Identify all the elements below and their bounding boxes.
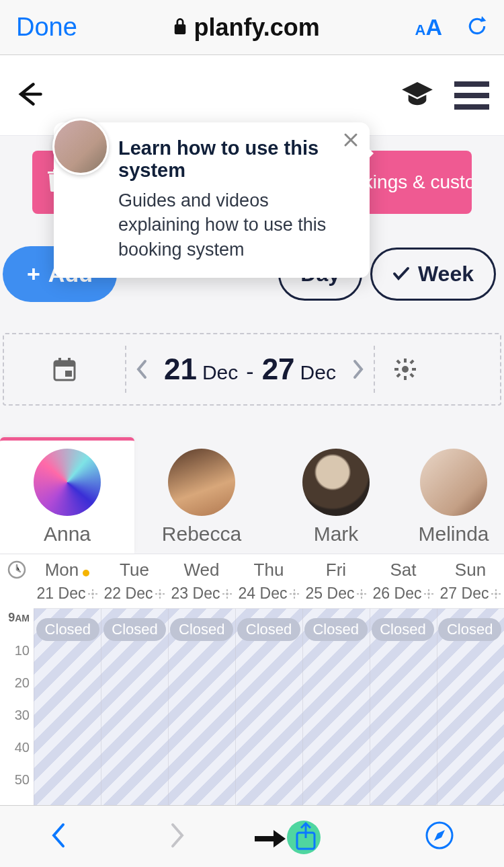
svg-rect-47 bbox=[495, 597, 497, 599]
prev-range-button[interactable] bbox=[126, 359, 159, 379]
day-header[interactable]: Sun bbox=[437, 554, 504, 585]
avatar bbox=[168, 449, 235, 516]
svg-rect-27 bbox=[226, 597, 228, 599]
day-header[interactable]: Mon bbox=[34, 554, 101, 585]
svg-rect-49 bbox=[499, 593, 501, 595]
svg-rect-2 bbox=[58, 358, 61, 363]
tooltip-avatar bbox=[52, 118, 109, 175]
svg-point-5 bbox=[402, 366, 409, 373]
closed-chip: Closed bbox=[237, 618, 300, 641]
closed-chip: Closed bbox=[170, 618, 233, 641]
staff-name: Rebecca bbox=[134, 523, 269, 545]
staff-tab-rebecca[interactable]: Rebecca bbox=[134, 441, 269, 554]
svg-rect-38 bbox=[357, 593, 359, 595]
svg-rect-39 bbox=[364, 593, 366, 595]
closed-chip: Closed bbox=[372, 618, 435, 641]
day-settings-icon[interactable] bbox=[88, 585, 97, 603]
svg-rect-13 bbox=[396, 373, 401, 377]
date-cell[interactable]: 24 Dec bbox=[235, 585, 302, 608]
staff-tab-mark[interactable]: Mark bbox=[269, 441, 403, 554]
safari-compass-button[interactable] bbox=[425, 821, 454, 853]
svg-rect-31 bbox=[294, 589, 295, 591]
calendar-picker-button[interactable] bbox=[4, 356, 125, 382]
tooltip-close-button[interactable] bbox=[343, 132, 359, 151]
svg-rect-37 bbox=[361, 597, 362, 599]
plus-icon: + bbox=[27, 261, 40, 287]
svg-rect-7 bbox=[404, 376, 407, 380]
date-cell[interactable]: 22 Dec bbox=[101, 585, 168, 608]
closed-chip: Closed bbox=[103, 618, 167, 641]
svg-rect-3 bbox=[68, 358, 71, 363]
share-button[interactable] bbox=[286, 818, 326, 856]
end-month: Dec bbox=[300, 361, 336, 384]
view-week-button[interactable]: Week bbox=[370, 248, 496, 301]
date-cell[interactable]: 27 Dec bbox=[437, 585, 504, 608]
svg-rect-4 bbox=[65, 371, 72, 377]
closed-chip: Closed bbox=[36, 618, 99, 641]
check-icon bbox=[392, 262, 410, 287]
svg-rect-24 bbox=[163, 593, 165, 595]
browser-forward-button[interactable] bbox=[167, 822, 186, 852]
svg-rect-8 bbox=[394, 368, 398, 371]
svg-point-30 bbox=[293, 593, 296, 595]
tooltip-body: Guides and videos explaining how to use … bbox=[118, 188, 353, 262]
menu-button[interactable] bbox=[454, 81, 489, 110]
svg-rect-12 bbox=[409, 359, 414, 364]
day-settings-icon[interactable] bbox=[290, 585, 299, 603]
svg-rect-43 bbox=[424, 593, 426, 595]
reload-button[interactable] bbox=[466, 14, 488, 41]
calendar-settings-button[interactable] bbox=[375, 359, 435, 380]
day-settings-icon[interactable] bbox=[491, 585, 501, 603]
staff-tab-melinda[interactable]: Melinda bbox=[403, 441, 504, 554]
help-academy-button[interactable] bbox=[401, 81, 434, 110]
staff-name: Melinda bbox=[403, 523, 504, 545]
date-cell[interactable]: 25 Dec bbox=[302, 585, 370, 608]
done-button[interactable]: Done bbox=[16, 13, 77, 42]
svg-rect-33 bbox=[290, 593, 292, 595]
day-header[interactable]: Thu bbox=[235, 554, 302, 585]
date-range-label[interactable]: 21 Dec - 27 Dec bbox=[159, 352, 341, 386]
svg-point-35 bbox=[360, 593, 363, 595]
svg-rect-28 bbox=[222, 593, 224, 595]
next-range-button[interactable] bbox=[341, 359, 374, 379]
text-size-button[interactable]: AA bbox=[415, 14, 442, 40]
svg-rect-36 bbox=[361, 589, 362, 591]
day-header[interactable]: Fri bbox=[302, 554, 370, 585]
svg-point-40 bbox=[427, 593, 430, 595]
svg-rect-34 bbox=[297, 593, 299, 595]
address-bar[interactable]: planfy.com bbox=[173, 13, 320, 42]
day-headers: Mon Tue Wed Thu Fri Sat Sun bbox=[0, 554, 504, 585]
day-header[interactable]: Tue bbox=[101, 554, 168, 585]
svg-rect-21 bbox=[159, 589, 161, 591]
svg-rect-44 bbox=[431, 593, 433, 595]
browser-bottom-bar bbox=[0, 805, 504, 867]
svg-rect-29 bbox=[230, 593, 232, 595]
calendar-grid[interactable]: 9AM 10 20 30 40 50 Closed Closed Closed … bbox=[0, 608, 504, 810]
day-header[interactable]: Wed bbox=[168, 554, 235, 585]
day-settings-icon[interactable] bbox=[424, 585, 433, 603]
hint-arrow-icon bbox=[255, 830, 286, 850]
back-button[interactable] bbox=[15, 79, 44, 112]
week-label: Week bbox=[418, 262, 474, 287]
svg-rect-46 bbox=[495, 589, 497, 591]
browser-top-bar: Done planfy.com AA bbox=[0, 0, 504, 55]
day-settings-icon[interactable] bbox=[357, 585, 366, 603]
time-gutter: 9AM 10 20 30 40 50 bbox=[0, 608, 34, 810]
svg-rect-17 bbox=[92, 597, 93, 599]
day-settings-icon[interactable] bbox=[222, 585, 232, 603]
svg-rect-19 bbox=[95, 593, 97, 595]
staff-tabs: Anna Rebecca Mark Melinda bbox=[0, 435, 504, 554]
browser-back-button[interactable] bbox=[50, 822, 69, 852]
staff-tab-anna[interactable]: Anna bbox=[0, 437, 134, 554]
svg-point-20 bbox=[159, 593, 161, 595]
app-header: Learn how to use this system Guides and … bbox=[0, 55, 504, 136]
date-cell[interactable]: 23 Dec bbox=[168, 585, 235, 608]
start-day: 21 bbox=[164, 352, 197, 386]
clock-icon bbox=[0, 554, 34, 585]
closed-chip: Closed bbox=[304, 618, 368, 641]
date-cell[interactable]: 21 Dec bbox=[34, 585, 101, 608]
svg-rect-16 bbox=[92, 589, 93, 591]
day-settings-icon[interactable] bbox=[155, 585, 165, 603]
day-header[interactable]: Sat bbox=[370, 554, 437, 585]
date-cell[interactable]: 26 Dec bbox=[370, 585, 437, 608]
